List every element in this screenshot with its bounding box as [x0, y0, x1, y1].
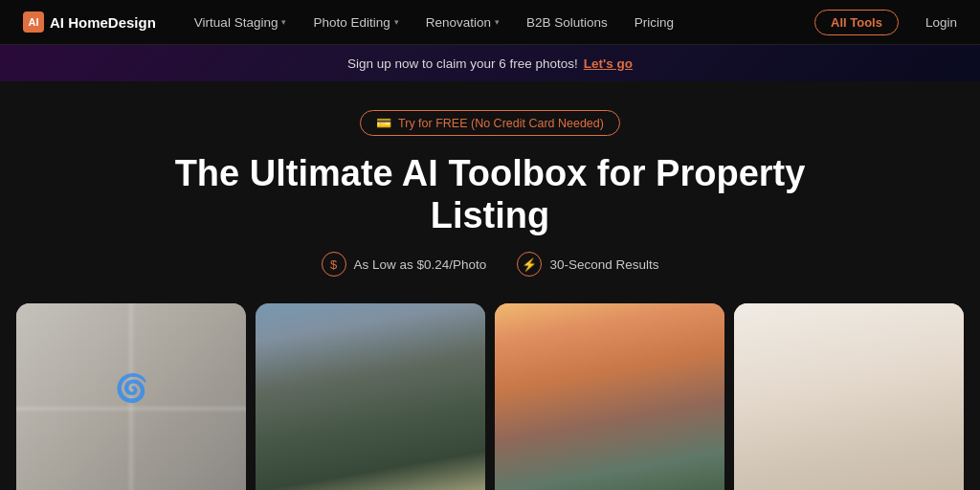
feature-price: $ As Low as $0.24/Photo: [322, 252, 487, 277]
all-tools-button[interactable]: All Tools: [814, 10, 899, 35]
chevron-down-icon: ▾: [281, 17, 286, 27]
cards-row: [0, 303, 980, 490]
nav-label-renovation: Renovation: [426, 15, 491, 30]
lightning-icon: ⚡: [517, 252, 542, 277]
hero-features: $ As Low as $0.24/Photo ⚡ 30-Second Resu…: [322, 252, 659, 277]
feature-speed: ⚡ 30-Second Results: [517, 252, 658, 277]
try-badge[interactable]: 💳 Try for FREE (No Credit Card Needed): [360, 110, 620, 136]
svg-text:AI: AI: [29, 16, 39, 28]
dollar-icon: $: [322, 252, 346, 277]
navbar: AI AI HomeDesign Virtual Staging ▾ Photo…: [0, 0, 980, 45]
logo[interactable]: AI AI HomeDesign: [23, 11, 156, 33]
login-button[interactable]: Login: [925, 15, 957, 30]
nav-item-renovation[interactable]: Renovation ▾: [426, 15, 500, 30]
feature-price-label: As Low as $0.24/Photo: [354, 257, 487, 272]
nav-item-virtual-staging[interactable]: Virtual Staging ▾: [194, 15, 287, 30]
nav-label-pricing: Pricing: [635, 15, 674, 30]
nav-label-photo-editing: Photo Editing: [313, 15, 390, 30]
chevron-down-icon: ▾: [394, 17, 399, 27]
banner-link[interactable]: Let's go: [584, 56, 633, 71]
logo-icon: AI: [23, 11, 44, 33]
nav-item-b2b[interactable]: B2B Solutions: [526, 15, 608, 30]
promo-banner: Sign up now to claim your 6 free photos!…: [0, 45, 980, 81]
hero-section: 💳 Try for FREE (No Credit Card Needed) T…: [0, 81, 980, 490]
nav-item-pricing[interactable]: Pricing: [635, 15, 674, 30]
property-card-3[interactable]: [495, 303, 724, 490]
property-card-2[interactable]: [256, 303, 485, 490]
logo-text: AI HomeDesign: [50, 14, 156, 31]
banner-text: Sign up now to claim your 6 free photos!: [347, 56, 578, 71]
credit-card-icon: 💳: [376, 116, 391, 130]
property-card-1[interactable]: [16, 303, 246, 490]
try-badge-text: Try for FREE (No Credit Card Needed): [398, 117, 604, 130]
property-card-4[interactable]: [734, 303, 964, 490]
chevron-down-icon: ▾: [495, 17, 500, 27]
nav-item-photo-editing[interactable]: Photo Editing ▾: [313, 15, 398, 30]
nav-label-b2b: B2B Solutions: [526, 15, 608, 30]
hero-title: The Ultimate AI Toolbox for Property Lis…: [117, 153, 863, 236]
feature-speed-label: 30-Second Results: [549, 257, 658, 272]
nav-label-virtual-staging: Virtual Staging: [194, 15, 278, 30]
